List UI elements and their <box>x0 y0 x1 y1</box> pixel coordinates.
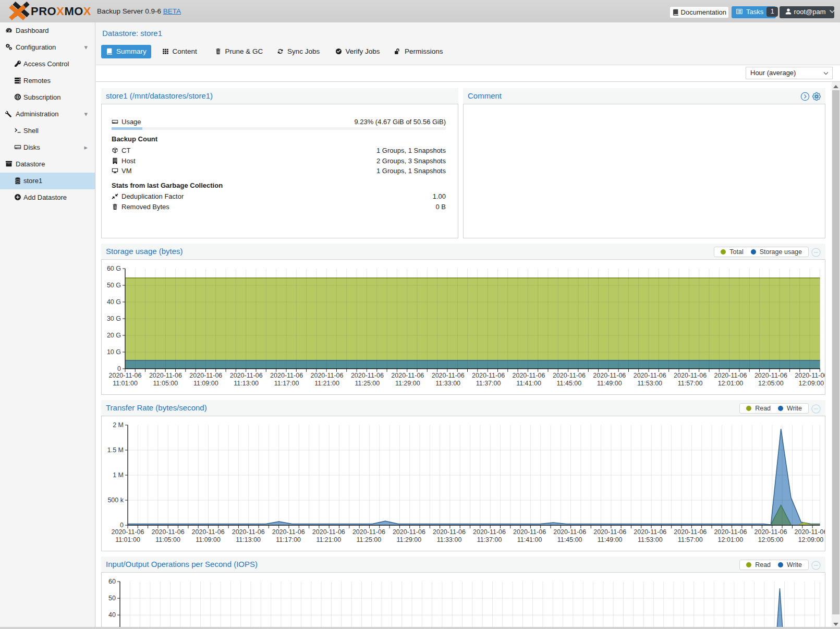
svg-text:2020-11-06: 2020-11-06 <box>634 528 666 536</box>
svg-text:2020-11-06: 2020-11-06 <box>433 528 466 536</box>
svg-text:11:25:00: 11:25:00 <box>355 380 380 387</box>
svg-text:2020-11-06: 2020-11-06 <box>352 528 385 536</box>
svg-text:20 G: 20 G <box>107 332 121 339</box>
svg-text:2020-11-06: 2020-11-06 <box>472 372 505 379</box>
svg-text:11:29:00: 11:29:00 <box>397 536 422 543</box>
svg-text:11:57:00: 11:57:00 <box>678 536 703 543</box>
svg-text:2020-11-06: 2020-11-06 <box>674 528 707 536</box>
svg-text:50: 50 <box>108 595 116 602</box>
svg-text:12:09:00: 12:09:00 <box>798 380 824 387</box>
svg-text:2020-11-06: 2020-11-06 <box>230 372 263 379</box>
svg-text:11:37:00: 11:37:00 <box>476 380 501 387</box>
svg-text:12:05:00: 12:05:00 <box>758 380 784 387</box>
svg-text:2020-11-06: 2020-11-06 <box>149 372 182 379</box>
svg-text:11:25:00: 11:25:00 <box>357 536 382 543</box>
svg-text:2020-11-06: 2020-11-06 <box>795 372 825 379</box>
svg-text:11:21:00: 11:21:00 <box>314 380 339 387</box>
svg-text:2020-11-06: 2020-11-06 <box>108 372 141 379</box>
svg-text:12:09:00: 12:09:00 <box>798 536 824 543</box>
svg-text:11:33:00: 11:33:00 <box>435 380 460 387</box>
svg-text:10 G: 10 G <box>107 348 121 356</box>
svg-text:2020-11-06: 2020-11-06 <box>512 372 545 379</box>
svg-text:11:13:00: 11:13:00 <box>234 380 259 387</box>
svg-text:11:45:00: 11:45:00 <box>557 380 582 387</box>
svg-text:2020-11-06: 2020-11-06 <box>754 372 787 379</box>
svg-text:2020-11-06: 2020-11-06 <box>432 372 465 379</box>
svg-text:2020-11-06: 2020-11-06 <box>192 528 225 536</box>
svg-text:12:01:00: 12:01:00 <box>718 380 744 387</box>
svg-text:2020-11-06: 2020-11-06 <box>232 528 265 536</box>
svg-text:40 G: 40 G <box>107 298 121 306</box>
svg-text:1 M: 1 M <box>113 471 124 479</box>
svg-text:2020-11-06: 2020-11-06 <box>270 372 303 379</box>
svg-text:2020-11-06: 2020-11-06 <box>312 528 345 536</box>
svg-text:40: 40 <box>108 611 116 619</box>
svg-text:11:53:00: 11:53:00 <box>638 536 663 543</box>
svg-text:11:01:00: 11:01:00 <box>115 536 140 543</box>
svg-text:2020-11-06: 2020-11-06 <box>391 372 424 379</box>
svg-text:11:37:00: 11:37:00 <box>477 536 502 543</box>
svg-text:2020-11-06: 2020-11-06 <box>714 528 747 536</box>
svg-text:11:29:00: 11:29:00 <box>395 380 420 387</box>
svg-text:11:05:00: 11:05:00 <box>155 536 180 543</box>
svg-text:2020-11-06: 2020-11-06 <box>593 372 626 379</box>
svg-text:2020-11-06: 2020-11-06 <box>634 372 666 379</box>
svg-text:2020-11-06: 2020-11-06 <box>794 528 825 536</box>
svg-text:11:33:00: 11:33:00 <box>437 536 462 543</box>
svg-text:11:53:00: 11:53:00 <box>637 380 662 387</box>
svg-text:11:09:00: 11:09:00 <box>193 380 218 387</box>
svg-text:2020-11-06: 2020-11-06 <box>272 528 305 536</box>
svg-text:11:45:00: 11:45:00 <box>557 536 582 543</box>
svg-text:2020-11-06: 2020-11-06 <box>754 528 787 536</box>
svg-text:2 M: 2 M <box>113 421 124 429</box>
svg-text:0: 0 <box>117 365 121 372</box>
svg-text:2020-11-06: 2020-11-06 <box>513 528 546 536</box>
svg-text:2020-11-06: 2020-11-06 <box>473 528 506 536</box>
svg-text:11:01:00: 11:01:00 <box>113 380 138 387</box>
svg-text:11:13:00: 11:13:00 <box>236 536 261 543</box>
svg-text:2020-11-06: 2020-11-06 <box>553 528 586 536</box>
svg-text:2020-11-06: 2020-11-06 <box>189 372 222 379</box>
svg-text:11:17:00: 11:17:00 <box>276 536 301 543</box>
svg-text:2020-11-06: 2020-11-06 <box>393 528 425 536</box>
svg-text:60 G: 60 G <box>107 265 121 272</box>
svg-text:50 G: 50 G <box>107 282 121 289</box>
svg-text:11:09:00: 11:09:00 <box>196 536 221 543</box>
svg-text:11:05:00: 11:05:00 <box>153 380 178 387</box>
svg-text:11:57:00: 11:57:00 <box>678 380 703 387</box>
svg-text:12:01:00: 12:01:00 <box>718 536 744 543</box>
svg-text:11:49:00: 11:49:00 <box>598 536 623 543</box>
svg-text:2020-11-06: 2020-11-06 <box>593 528 626 536</box>
svg-text:2020-11-06: 2020-11-06 <box>310 372 343 379</box>
svg-text:30 G: 30 G <box>107 315 121 322</box>
svg-text:12:05:00: 12:05:00 <box>758 536 784 543</box>
svg-text:0: 0 <box>120 522 124 529</box>
svg-text:2020-11-06: 2020-11-06 <box>152 528 185 536</box>
svg-text:2020-11-06: 2020-11-06 <box>714 372 747 379</box>
svg-text:1.5 M: 1.5 M <box>107 446 124 454</box>
svg-text:11:41:00: 11:41:00 <box>516 380 541 387</box>
svg-text:500 k: 500 k <box>107 497 124 504</box>
svg-text:60: 60 <box>108 578 116 585</box>
svg-text:2020-11-06: 2020-11-06 <box>351 372 384 379</box>
svg-text:11:17:00: 11:17:00 <box>274 380 299 387</box>
svg-text:2020-11-06: 2020-11-06 <box>553 372 586 379</box>
svg-text:11:49:00: 11:49:00 <box>597 380 622 387</box>
svg-text:2020-11-06: 2020-11-06 <box>111 528 144 536</box>
svg-text:11:21:00: 11:21:00 <box>316 536 341 543</box>
svg-text:11:41:00: 11:41:00 <box>517 536 542 543</box>
svg-text:2020-11-06: 2020-11-06 <box>674 372 707 379</box>
